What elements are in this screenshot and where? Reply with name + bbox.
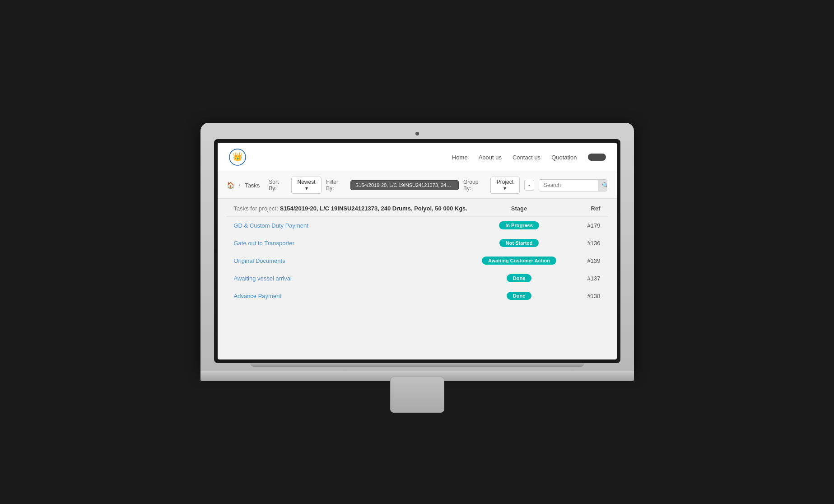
home-icon-button[interactable]: 🏠 bbox=[227, 182, 234, 189]
task-stage-badge: Done bbox=[507, 274, 532, 282]
nav-links: Home About us Contact us Quotation bbox=[452, 154, 606, 161]
laptop-frame: 👑 Home About us Contact us Quotation 🏠 / bbox=[200, 123, 634, 381]
task-stage-badge: Not Started bbox=[499, 239, 539, 247]
task-stage-badge: Awaiting Customer Action bbox=[482, 257, 556, 265]
task-name-link[interactable]: Advance Payment bbox=[234, 293, 474, 299]
camera-notch bbox=[415, 132, 419, 135]
sort-button[interactable]: Newest ▾ bbox=[291, 177, 322, 194]
group-button[interactable]: Project ▾ bbox=[490, 177, 520, 194]
tasks-project-title: Tasks for project: S154/2019-20, L/C 19I… bbox=[234, 205, 474, 212]
screen-bezel: 👑 Home About us Contact us Quotation 🏠 / bbox=[214, 139, 620, 363]
logo-area: 👑 bbox=[228, 148, 247, 166]
breadcrumb-separator: / bbox=[239, 182, 241, 189]
filter-label: Filter By: bbox=[326, 179, 346, 191]
task-ref: #139 bbox=[564, 257, 601, 264]
task-list: GD & Custom Duty Payment In Progress #17… bbox=[227, 217, 608, 305]
sort-label: Sort By: bbox=[269, 179, 286, 191]
tasks-table-header: Tasks for project: S154/2019-20, L/C 19I… bbox=[227, 199, 608, 217]
minus-button[interactable]: - bbox=[524, 180, 534, 191]
task-row: Awaiting vessel arrival Done #137 bbox=[227, 270, 608, 287]
task-stage-cell: Done bbox=[474, 292, 564, 300]
col-ref-header: Ref bbox=[564, 205, 601, 212]
nav-home[interactable]: Home bbox=[452, 154, 468, 161]
task-stage-cell: In Progress bbox=[474, 221, 564, 229]
nav-about[interactable]: About us bbox=[479, 154, 502, 161]
task-row: GD & Custom Duty Payment In Progress #17… bbox=[227, 217, 608, 234]
breadcrumb-tasks: Tasks bbox=[245, 182, 260, 189]
group-label: Group By: bbox=[463, 179, 486, 191]
task-ref: #179 bbox=[564, 222, 601, 229]
task-name-link[interactable]: Awaiting vessel arrival bbox=[234, 275, 474, 282]
toolbar: 🏠 / Tasks Sort By: Newest ▾ Filter By: S… bbox=[218, 172, 617, 199]
task-name-link[interactable]: Gate out to Transporter bbox=[234, 240, 474, 247]
filter-button[interactable]: S154/2019-20, L/C 19INSU24121373, 240 Dr… bbox=[350, 180, 459, 190]
task-name-link[interactable]: GD & Custom Duty Payment bbox=[234, 222, 474, 229]
task-ref: #137 bbox=[564, 275, 601, 282]
task-name-link[interactable]: Original Documents bbox=[234, 257, 474, 264]
task-ref: #136 bbox=[564, 240, 601, 247]
search-container: 🔍 bbox=[539, 179, 607, 191]
tasks-prefix: Tasks for project: bbox=[234, 205, 278, 212]
nav-quotation[interactable]: Quotation bbox=[551, 154, 577, 161]
trackpad bbox=[390, 377, 444, 413]
main-content: Tasks for project: S154/2019-20, L/C 19I… bbox=[218, 199, 617, 314]
brand-logo: 👑 bbox=[228, 148, 247, 166]
laptop-body: 👑 Home About us Contact us Quotation 🏠 / bbox=[200, 123, 634, 371]
tasks-project-name: S154/2019-20, L/C 19INSU24121373, 240 Dr… bbox=[280, 205, 467, 212]
nav-dark-button[interactable] bbox=[588, 154, 606, 161]
svg-text:👑: 👑 bbox=[233, 152, 243, 162]
search-button[interactable]: 🔍 bbox=[598, 180, 607, 191]
nav-contact[interactable]: Contact us bbox=[513, 154, 540, 161]
col-stage-header: Stage bbox=[474, 205, 564, 212]
screen: 👑 Home About us Contact us Quotation 🏠 / bbox=[218, 143, 617, 359]
navbar: 👑 Home About us Contact us Quotation bbox=[218, 143, 617, 172]
task-ref: #138 bbox=[564, 293, 601, 299]
task-row: Original Documents Awaiting Customer Act… bbox=[227, 252, 608, 270]
search-input[interactable] bbox=[539, 180, 598, 191]
task-stage-cell: Done bbox=[474, 274, 564, 282]
task-row: Gate out to Transporter Not Started #136 bbox=[227, 234, 608, 252]
laptop-base bbox=[200, 371, 634, 381]
laptop-hinge bbox=[250, 363, 584, 367]
task-stage-badge: In Progress bbox=[499, 221, 539, 229]
task-stage-cell: Not Started bbox=[474, 239, 564, 247]
task-row: Advance Payment Done #138 bbox=[227, 287, 608, 305]
task-stage-cell: Awaiting Customer Action bbox=[474, 257, 564, 265]
task-stage-badge: Done bbox=[507, 292, 532, 300]
